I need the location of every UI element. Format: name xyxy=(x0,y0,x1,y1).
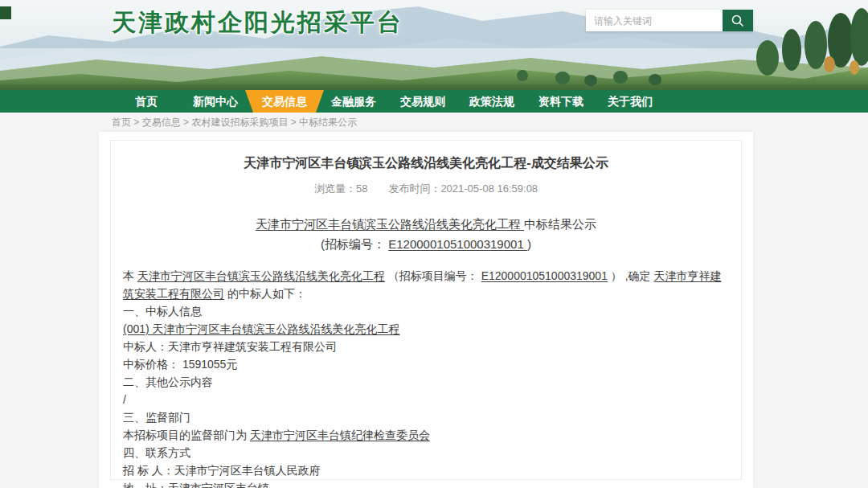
breadcrumb-separator: > xyxy=(288,117,299,128)
views-count: 浏览量：58 xyxy=(314,182,367,195)
article-paragraph: 中标价格： 1591055元 xyxy=(123,355,729,373)
breadcrumb-item[interactable]: 农村建设招标采购项目 xyxy=(191,117,288,128)
breadcrumb-item[interactable]: 交易信息 xyxy=(142,117,181,128)
breadcrumb-separator: > xyxy=(131,117,142,128)
article-body: 本 天津市宁河区丰台镇滨玉公路线沿线美化亮化工程 （招标项目编号： E12000… xyxy=(123,267,729,488)
article-paragraph: 地 址：天津市宁河区丰台镇 xyxy=(123,479,729,488)
nav-item-downloads[interactable]: 资料下载 xyxy=(526,90,596,113)
nav-item-trade-info[interactable]: 交易信息 xyxy=(245,90,324,113)
nav-item-about[interactable]: 关于我们 xyxy=(596,90,665,113)
main-nav: 首页新闻中心交易信息金融服务交易规则政策法规资料下载关于我们 xyxy=(0,90,868,113)
nav-item-home[interactable]: 首页 xyxy=(112,90,181,113)
search-input[interactable] xyxy=(586,10,723,31)
header-banner: 天津政村企阳光招采平台 xyxy=(0,0,868,90)
article-paragraph: 二、其他公示内容 xyxy=(123,373,729,391)
article-paragraph: 一、中标人信息 xyxy=(123,302,729,320)
main-content: 天津市宁河区丰台镇滨玉公路线沿线美化亮化工程-成交结果公示 浏览量：58发布时间… xyxy=(99,132,753,488)
nav-item-policy[interactable]: 政策法规 xyxy=(457,90,526,113)
article-paragraph: 三、监督部门 xyxy=(123,408,729,426)
article-paragraph: 本招标项目的监督部门为 天津市宁河区丰台镇纪律检查委员会 xyxy=(123,426,729,444)
publish-time: 发布时间：2021-05-08 16:59:08 xyxy=(388,182,538,195)
article-subtitle-line: 天津市宁河区丰台镇滨玉公路线沿线美化亮化工程 中标结果公示 xyxy=(123,214,729,234)
search-icon xyxy=(731,14,745,28)
article-subtitle-line: (招标编号： E1200001051000319001 ) xyxy=(123,234,729,254)
nav-item-finance[interactable]: 金融服务 xyxy=(319,90,388,113)
breadcrumb: 首页 > 交易信息 > 农村建设招标采购项目 > 中标结果公示 xyxy=(0,113,868,130)
search-button[interactable] xyxy=(723,10,753,31)
article-subtitle: 天津市宁河区丰台镇滨玉公路线沿线美化亮化工程 中标结果公示(招标编号： E120… xyxy=(123,214,729,254)
article-paragraph: 招 标 人：天津市宁河区丰台镇人民政府 xyxy=(123,461,729,479)
nav-item-news[interactable]: 新闻中心 xyxy=(181,90,250,113)
article-meta: 浏览量：58发布时间：2021-05-08 16:59:08 xyxy=(123,182,729,196)
article-paragraph: 本 天津市宁河区丰台镇滨玉公路线沿线美化亮化工程 （招标项目编号： E12000… xyxy=(123,267,729,302)
breadcrumb-item: 中标结果公示 xyxy=(299,117,357,128)
article-title: 天津市宁河区丰台镇滨玉公路线沿线美化亮化工程-成交结果公示 xyxy=(123,155,729,172)
article-paragraph: 中标人：天津市亨祥建筑安装工程有限公司 xyxy=(123,338,729,355)
article-paragraph: 四、联系方式 xyxy=(123,444,729,461)
breadcrumb-item[interactable]: 首页 xyxy=(112,117,131,128)
article-box: 天津市宁河区丰台镇滨玉公路线沿线美化亮化工程-成交结果公示 浏览量：58发布时间… xyxy=(110,140,742,480)
main-nav-bar: 首页新闻中心交易信息金融服务交易规则政策法规资料下载关于我们 xyxy=(0,90,868,113)
article-paragraph: (001) 天津市宁河区丰台镇滨玉公路线沿线美化亮化工程 xyxy=(123,320,729,338)
article-paragraph: / xyxy=(123,391,729,408)
site-title: 天津政村企阳光招采平台 xyxy=(112,6,403,39)
nav-item-trade-rules[interactable]: 交易规则 xyxy=(388,90,457,113)
breadcrumb-separator: > xyxy=(181,117,192,128)
search-box xyxy=(586,10,753,31)
